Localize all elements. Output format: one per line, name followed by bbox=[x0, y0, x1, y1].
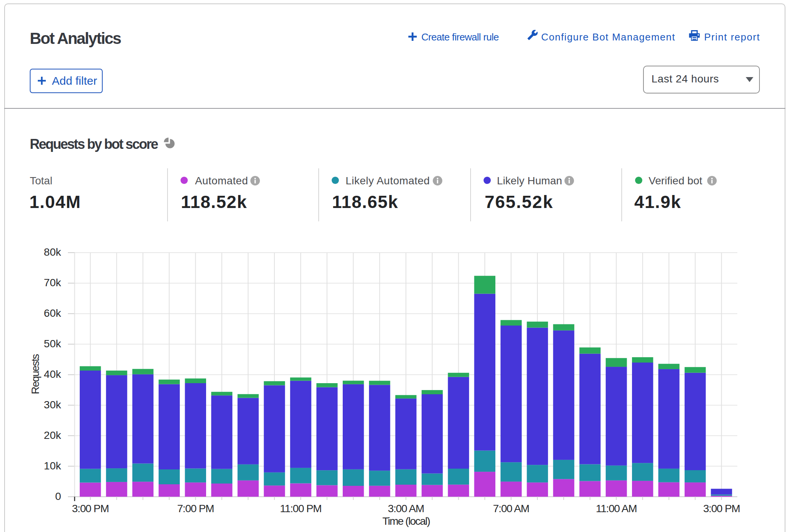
svg-text:0: 0 bbox=[55, 490, 61, 502]
svg-text:3:00 PM: 3:00 PM bbox=[703, 503, 740, 514]
svg-text:30k: 30k bbox=[44, 399, 61, 411]
svg-text:80k: 80k bbox=[44, 246, 61, 258]
svg-text:50k: 50k bbox=[44, 338, 61, 350]
svg-text:70k: 70k bbox=[44, 277, 61, 289]
svg-text:Requests: Requests bbox=[29, 354, 41, 394]
svg-text:3:00 PM: 3:00 PM bbox=[72, 503, 109, 514]
svg-text:40k: 40k bbox=[44, 368, 61, 380]
svg-text:7:00 AM: 7:00 AM bbox=[493, 503, 529, 514]
svg-text:10k: 10k bbox=[44, 460, 61, 472]
svg-text:Time (local): Time (local) bbox=[382, 515, 430, 527]
svg-text:11:00 PM: 11:00 PM bbox=[280, 503, 322, 514]
svg-text:60k: 60k bbox=[44, 307, 61, 319]
svg-text:20k: 20k bbox=[44, 429, 61, 441]
svg-text:7:00 PM: 7:00 PM bbox=[177, 503, 214, 514]
svg-text:3:00 AM: 3:00 AM bbox=[388, 503, 424, 514]
svg-text:11:00 AM: 11:00 AM bbox=[596, 503, 637, 514]
